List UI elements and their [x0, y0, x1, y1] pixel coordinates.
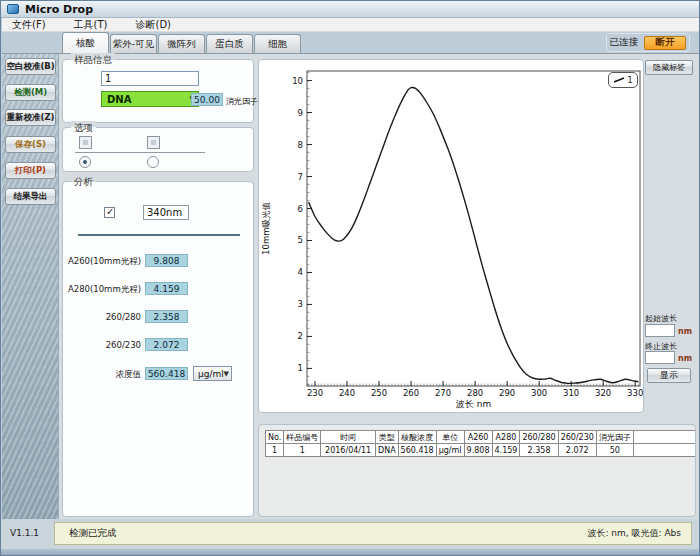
analysis-divider — [78, 234, 240, 236]
svg-text:270: 270 — [435, 388, 451, 398]
col-unit: 单位 — [436, 431, 464, 444]
cell-unit: μg/ml — [436, 444, 464, 457]
app-window: Micro Drop 文件(F) 工具(T) 诊断(D) 核酸 紫外-可见 微阵… — [0, 0, 700, 556]
extinction-factor-label: 消光因子 — [226, 96, 258, 107]
extinction-factor-value: 50.00 — [191, 93, 223, 106]
cell-no: 1 — [266, 444, 284, 457]
ratio-260-230-value: 2.072 — [145, 338, 188, 351]
chevron-down-icon: ▼ — [224, 370, 229, 378]
col-time: 时间 — [321, 431, 376, 444]
tab-protein[interactable]: 蛋白质 — [206, 34, 253, 53]
wavelength-checkbox[interactable] — [104, 207, 115, 218]
app-icon — [7, 4, 19, 14]
svg-text:10: 10 — [292, 76, 303, 86]
svg-text:320: 320 — [595, 388, 611, 398]
menu-diagnostics[interactable]: 诊断(D) — [135, 18, 171, 32]
window-title: Micro Drop — [25, 3, 93, 16]
option-radio-2[interactable] — [147, 156, 159, 168]
options-group: 选项 — [62, 127, 254, 172]
ratio-260-230-label: 260/230 — [57, 340, 141, 350]
legend-series-label: 1 — [627, 76, 632, 85]
sample-info-group: 样品信息 DNA ▼ 50.00 消光因子 — [62, 59, 254, 123]
cell-260-280: 2.358 — [520, 444, 558, 457]
recalibrate-button[interactable]: 重新校准(Z) — [5, 109, 56, 126]
cell-concentration: 560.418 — [398, 444, 436, 457]
a260-value: 9.808 — [145, 254, 188, 267]
cell-sample-id: 1 — [284, 444, 321, 457]
cell-filler — [633, 444, 695, 457]
svg-text:9: 9 — [298, 108, 303, 118]
cell-factor: 50 — [596, 444, 633, 457]
blank-calibration-button[interactable]: 空白校准(B) — [5, 58, 56, 75]
sample-id-input[interactable] — [101, 71, 199, 86]
col-type: 类型 — [375, 431, 398, 444]
start-wavelength-input[interactable] — [645, 324, 675, 337]
tab-uv-vis[interactable]: 紫外-可见 — [110, 34, 157, 53]
tab-strip: 核酸 紫外-可见 微阵列 蛋白质 细胞 已连接 断开 — [2, 32, 700, 53]
cell-a280: 4.159 — [492, 444, 520, 457]
cell-a260: 9.808 — [464, 444, 492, 457]
status-units-info: 波长: nm, 吸光值: Abs — [587, 527, 681, 540]
tab-microarray[interactable]: 微阵列 — [158, 34, 205, 53]
col-no: No. — [266, 431, 284, 444]
menu-tools[interactable]: 工具(T) — [74, 18, 108, 32]
svg-text:250: 250 — [371, 388, 387, 398]
sample-info-title: 样品信息 — [71, 53, 115, 66]
a280-label: A280(10mm光程) — [57, 284, 141, 296]
option-radio-1[interactable] — [79, 156, 91, 168]
svg-text:3: 3 — [298, 299, 303, 309]
show-button[interactable]: 显示 — [647, 368, 691, 383]
option-checkbox-1[interactable] — [79, 136, 92, 149]
svg-text:230: 230 — [307, 388, 323, 398]
svg-text:波长 nm: 波长 nm — [456, 399, 491, 409]
start-wavelength-label: 起始波长 — [645, 313, 677, 324]
svg-text:5: 5 — [298, 235, 303, 245]
status-message: 检测已完成 — [69, 527, 117, 540]
connection-status: 已连接 — [610, 36, 639, 49]
svg-text:1: 1 — [298, 363, 303, 373]
start-nm-label: nm — [678, 327, 692, 336]
col-260-280: 260/280 — [520, 431, 558, 444]
hide-labels-button[interactable]: 隐藏标签 — [645, 60, 693, 75]
version-label: V1.1.1 — [10, 528, 39, 538]
svg-text:6: 6 — [298, 204, 303, 214]
main-content: 空白校准(B) 检测(M) 重新校准(Z) 保存(S) 打印(P) 结果导出 样… — [2, 53, 700, 519]
sample-type-select[interactable]: DNA ▼ — [101, 91, 199, 107]
concentration-label: 浓度值 — [57, 369, 141, 381]
end-nm-label: nm — [678, 354, 692, 363]
unit-select[interactable]: μg/ml ▼ — [193, 366, 232, 381]
col-concentration: 核酸浓度 — [398, 431, 436, 444]
tab-nucleic-acid[interactable]: 核酸 — [62, 32, 109, 53]
a280-value: 4.159 — [145, 282, 188, 295]
col-a260: A260 — [464, 431, 492, 444]
menu-file[interactable]: 文件(F) — [12, 18, 46, 32]
spectrum-chart: 2302402502602702802903003103203301234567… — [258, 59, 644, 413]
tab-cell[interactable]: 细胞 — [254, 34, 301, 53]
col-260-230: 260/230 — [558, 431, 596, 444]
end-wavelength-input[interactable] — [645, 351, 675, 364]
title-bar: Micro Drop — [1, 1, 699, 18]
export-results-button[interactable]: 结果导出 — [5, 188, 56, 205]
options-divider — [75, 152, 205, 153]
svg-text:240: 240 — [339, 388, 355, 398]
results-table: No. 样品编号 时间 类型 核酸浓度 单位 A260 A280 260/280… — [265, 430, 695, 457]
svg-text:10mm吸光值: 10mm吸光值 — [261, 202, 271, 255]
measure-button[interactable]: 检测(M) — [5, 84, 56, 101]
col-a280: A280 — [492, 431, 520, 444]
options-title: 选项 — [71, 121, 96, 134]
print-button[interactable]: 打印(P) — [5, 162, 56, 179]
line-sample-icon — [613, 76, 625, 84]
table-row[interactable]: 1 1 2016/04/11 DNA 560.418 μg/ml 9.808 4… — [266, 444, 696, 457]
disconnect-button[interactable]: 断开 — [644, 36, 686, 50]
analysis-title: 分析 — [71, 175, 96, 188]
save-button[interactable]: 保存(S) — [5, 136, 56, 153]
option-checkbox-2[interactable] — [147, 136, 160, 149]
spectrum-plot: 2302402502602702802903003103203301234567… — [259, 60, 645, 414]
status-bar: V1.1.1 检测已完成 波长: nm, 吸光值: Abs — [1, 519, 700, 549]
sidebar: 空白校准(B) 检测(M) 重新校准(Z) 保存(S) 打印(P) 结果导出 — [2, 54, 59, 520]
wavelength-input[interactable] — [143, 205, 189, 220]
legend-series-button[interactable]: 1 — [608, 72, 638, 88]
col-filler — [633, 431, 695, 444]
cell-type: DNA — [375, 444, 398, 457]
cell-time: 2016/04/11 — [321, 444, 376, 457]
